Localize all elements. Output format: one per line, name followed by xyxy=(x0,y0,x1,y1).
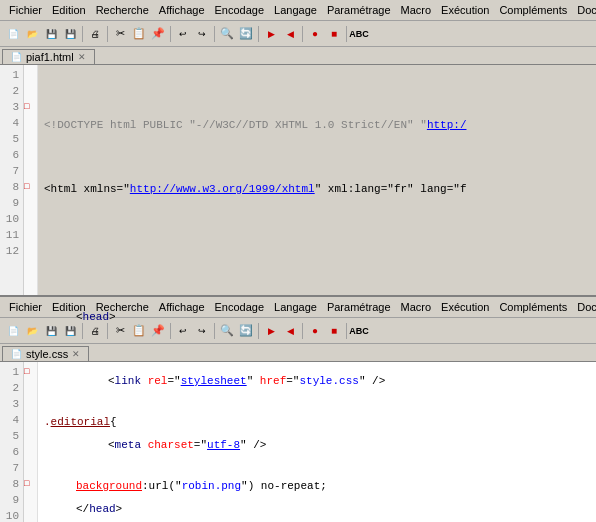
bottom-tab-label: style.css xyxy=(26,348,68,360)
menu-affichage[interactable]: Affichage xyxy=(154,2,210,18)
menu-complements[interactable]: Compléments xyxy=(494,2,572,18)
code-line-4: <head> xyxy=(44,309,590,325)
fold-icon-b8[interactable]: □ xyxy=(24,476,37,492)
bottom-fold-gutter: □ □ xyxy=(24,362,38,522)
menu-fichier[interactable]: Fichier xyxy=(4,2,47,18)
top-menubar: Fichier Edition Recherche Affichage Enco… xyxy=(0,0,596,21)
sep2 xyxy=(107,26,108,42)
bottom-editor-pane: 📄 style.css ✕ 1 2 3 4 5 6 7 8 9 10 11 xyxy=(0,344,596,522)
sep5 xyxy=(258,26,259,42)
fold-icon-8[interactable]: □ xyxy=(24,179,37,195)
cut-button[interactable]: ✂ xyxy=(111,25,129,43)
redo-button[interactable]: ↪ xyxy=(193,25,211,43)
new-button[interactable]: 📄 xyxy=(4,25,22,43)
css-line-1: .editorial{ xyxy=(44,412,590,430)
code-text-5: <link rel="stylesheet" href="style.css" … xyxy=(108,373,385,389)
top-toolbar: 📄 📂 💾 💾 🖨 ✂ 📋 📌 ↩ ↪ 🔍 🔄 ▶ ◀ ● ■ ABC xyxy=(0,21,596,47)
bottom-tab-bar: 📄 style.css ✕ xyxy=(0,344,596,362)
print-button[interactable]: 🖨 xyxy=(86,25,104,43)
css-text-1: .editorial{ xyxy=(44,414,117,430)
code-text-4: <head> xyxy=(76,309,116,325)
menu-macro[interactable]: Macro xyxy=(396,2,437,18)
fold-icon-b1[interactable]: □ xyxy=(24,364,37,380)
sep4 xyxy=(214,26,215,42)
code-line-2: <html xmlns="http://www.w3.org/1999/xhtm… xyxy=(44,181,590,197)
paste-button[interactable]: 📌 xyxy=(149,25,167,43)
menu-documents[interactable]: Documents xyxy=(572,2,596,18)
b-new-button[interactable]: 📄 xyxy=(4,322,22,340)
abc-button[interactable]: ABC xyxy=(350,25,368,43)
top-tab-close[interactable]: ✕ xyxy=(78,52,86,62)
save-button[interactable]: 💾 xyxy=(42,25,60,43)
menu-encodage[interactable]: Encodage xyxy=(210,2,270,18)
code-text-2: <html xmlns="http://www.w3.org/1999/xhtm… xyxy=(44,181,467,197)
replace-button[interactable]: 🔄 xyxy=(237,25,255,43)
copy-button[interactable]: 📋 xyxy=(130,25,148,43)
sep6 xyxy=(302,26,303,42)
b-open-button[interactable]: 📂 xyxy=(23,322,41,340)
menu-recherche[interactable]: Recherche xyxy=(91,2,154,18)
bottom-line-numbers: 1 2 3 4 5 6 7 8 9 10 11 xyxy=(0,362,24,522)
saveall-button[interactable]: 💾 xyxy=(61,25,79,43)
menu-parametrage[interactable]: Paramétrage xyxy=(322,2,396,18)
top-tab[interactable]: 📄 piaf1.html ✕ xyxy=(2,49,95,64)
search-button[interactable]: 🔍 xyxy=(218,25,236,43)
top-tab-bar: 📄 piaf1.html ✕ xyxy=(0,47,596,65)
undo-button[interactable]: ↩ xyxy=(174,25,192,43)
top-editor-pane: 📄 piaf1.html ✕ 1 2 3 4 5 6 7 8 9 10 11 1… xyxy=(0,47,596,295)
code-text-1: <!DOCTYPE html PUBLIC "-//W3C//DTD XHTML… xyxy=(44,117,466,133)
code-line-6: <meta charset="utf-8" /> xyxy=(44,437,590,453)
editor-area: 📄 piaf1.html ✕ 1 2 3 4 5 6 7 8 9 10 11 1… xyxy=(0,47,596,522)
sep1 xyxy=(82,26,83,42)
css-line-2: background:url("robin.png") no-repeat; xyxy=(44,478,590,494)
bottom-tab-icon: 📄 xyxy=(11,349,22,359)
code-text-7: </head> xyxy=(76,501,122,517)
menu-execution[interactable]: Exécution xyxy=(436,2,494,18)
bottom-tab[interactable]: 📄 style.css ✕ xyxy=(2,346,89,361)
indent-button[interactable]: ▶ xyxy=(262,25,280,43)
code-line-1: <!DOCTYPE html PUBLIC "-//W3C//DTD XHTML… xyxy=(44,115,590,133)
css-text-2: background:url("robin.png") no-repeat; xyxy=(76,478,327,494)
top-tab-label: piaf1.html xyxy=(26,51,74,63)
run-button[interactable]: ● xyxy=(306,25,324,43)
code-line-5: <link rel="stylesheet" href="style.css" … xyxy=(44,373,590,389)
fold-icon-3[interactable]: □ xyxy=(24,99,37,115)
sep7 xyxy=(346,26,347,42)
code-text-6: <meta charset="utf-8" /> xyxy=(108,437,266,453)
code-line-7: </head> xyxy=(44,501,590,517)
menu-langage[interactable]: Langage xyxy=(269,2,322,18)
code-line-3 xyxy=(44,245,590,261)
sep3 xyxy=(170,26,171,42)
open-button[interactable]: 📂 xyxy=(23,25,41,43)
stop-button[interactable]: ■ xyxy=(325,25,343,43)
bottom-tab-close[interactable]: ✕ xyxy=(72,349,80,359)
menu2-fichier[interactable]: Fichier xyxy=(4,299,47,315)
top-tab-icon: 📄 xyxy=(11,52,22,62)
unindent-button[interactable]: ◀ xyxy=(281,25,299,43)
menu-edition[interactable]: Edition xyxy=(47,2,91,18)
